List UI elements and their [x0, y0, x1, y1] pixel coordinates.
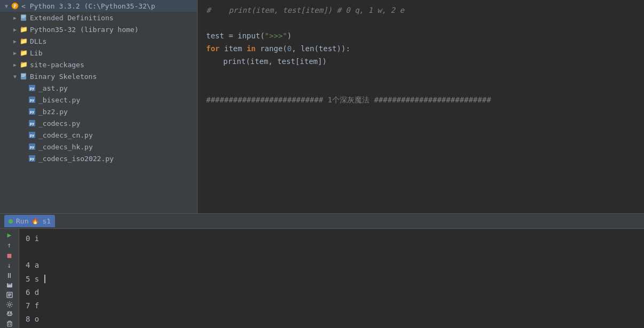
sidebar-item-python-root[interactable]: P < Python 3.3.2 (C:\Python35-32\p — [0, 0, 197, 12]
trash-button[interactable] — [3, 320, 17, 327]
output-line-blank — [26, 245, 638, 259]
paren-close: ) — [287, 30, 292, 42]
var-test2: test — [319, 43, 337, 54]
print-bracket-close: ]) — [318, 55, 327, 67]
svg-point-41 — [8, 313, 9, 314]
svg-line-39 — [7, 306, 7, 307]
var-item: item — [224, 43, 242, 54]
output-line-partial: 0 i — [26, 232, 638, 245]
builtin-print: print — [223, 55, 246, 67]
print-item: item — [250, 55, 269, 67]
bz2-label: _bz2.py — [38, 108, 68, 116]
svg-rect-8 — [21, 75, 26, 76]
svg-rect-4 — [21, 17, 26, 17]
run-button[interactable]: ▶ — [3, 231, 17, 239]
svg-rect-25 — [8, 282, 11, 284]
run-indicator — [9, 219, 13, 223]
svg-point-42 — [10, 313, 11, 314]
pause-button[interactable]: ⏸ — [3, 271, 17, 279]
print-bracket-open: [ — [295, 55, 300, 67]
site-packages-label: site-packages — [30, 61, 84, 69]
len-close: )): — [337, 43, 350, 54]
sidebar-item-python35[interactable]: 📁 Python35-32 (library home) — [0, 23, 197, 35]
python-root-label: < Python 3.3.2 (C:\Python35-32\p — [21, 2, 155, 10]
codecs-iso2022-label: _codecs_iso2022.py — [38, 155, 114, 163]
print-comma: , — [268, 55, 277, 67]
output-line-8o: 8 o — [26, 313, 638, 326]
svg-text:py: py — [30, 86, 35, 91]
sidebar-item-codecs-hk[interactable]: py _codecs_hk.py — [0, 141, 197, 153]
settings-button[interactable] — [3, 301, 17, 308]
svg-rect-49 — [7, 322, 12, 326]
sidebar-item-site-packages[interactable]: 📁 site-packages — [0, 59, 197, 70]
sidebar-item-binary-skeletons[interactable]: Binary Skeletons — [0, 70, 197, 82]
svg-rect-7 — [21, 74, 26, 75]
sidebar-item-codecs-cn[interactable]: py _codecs_cn.py — [0, 129, 197, 141]
separator-text: ########################## 1个深灰魔法 ######… — [206, 94, 491, 106]
svg-line-37 — [11, 306, 11, 307]
tree-arrow-dlls — [11, 38, 19, 44]
book-icon-binary — [19, 72, 28, 81]
sidebar-item-bz2[interactable]: py _bz2.py — [0, 106, 197, 117]
sidebar-item-codecs[interactable]: py _codecs.py — [0, 117, 197, 129]
python-root-icon: P — [11, 2, 19, 10]
rerun-button[interactable] — [3, 282, 17, 289]
output-line-6d: 6 d — [26, 286, 638, 299]
stop-button[interactable]: ■ — [3, 251, 17, 259]
output-line-5s: 5 s — [26, 273, 39, 286]
sidebar-item-extended-defs[interactable]: Extended Definitions — [0, 12, 197, 23]
svg-rect-5 — [21, 18, 25, 18]
output-area[interactable]: 0 i 4 a 5 s 6 d 7 f 8 o — [19, 229, 644, 328]
svg-point-31 — [9, 303, 11, 306]
range-space — [256, 43, 260, 54]
sidebar-item-dlls[interactable]: 📁 DLLs — [0, 35, 197, 47]
tree-arrow-site-packages — [11, 62, 19, 68]
svg-line-36 — [7, 302, 7, 303]
extended-defs-label: Extended Definitions — [30, 14, 114, 22]
py-icon-bz2: py — [28, 107, 36, 116]
code-line-blank2 — [206, 68, 635, 81]
sidebar-item-codecs-iso2022[interactable]: py _codecs_iso2022.py — [0, 153, 197, 164]
output-line-7f: 7 f — [26, 299, 638, 313]
scroll-down-button[interactable]: ↓ — [3, 261, 17, 269]
bottom-panel: Run 🔥 s1 ▶ ↑ ■ ↓ ⏸ — [0, 213, 644, 328]
run-tab-icon: 🔥 — [32, 218, 39, 225]
folder-icon-python35: 📁 — [19, 25, 28, 34]
var-test: test — [206, 30, 224, 42]
comment-text: # print(item, test[item]) # 0 q, 1 w, 2 … — [206, 4, 404, 16]
py-icon-bisect: py — [28, 95, 36, 104]
sidebar-item-bisect[interactable]: py _bisect.py — [0, 94, 197, 106]
bottom-tab-bar: Run 🔥 s1 — [0, 214, 644, 229]
svg-text:P: P — [13, 4, 17, 9]
python35-label: Python35-32 (library home) — [30, 26, 139, 34]
code-line-input: test = input ( ">>>" ) — [206, 30, 635, 43]
ast-label: _ast.py — [38, 84, 68, 92]
len-open: ( — [314, 43, 318, 54]
run-tab[interactable]: Run 🔥 s1 — [4, 215, 55, 227]
bottom-controls: ▶ ↑ ■ ↓ ⏸ — [0, 229, 19, 328]
code-editor[interactable]: # print(item, test[item]) # 0 q, 1 w, 2 … — [198, 0, 644, 213]
svg-rect-9 — [21, 76, 25, 77]
main-area: P < Python 3.3.2 (C:\Python35-32\p Exten… — [0, 0, 644, 213]
coverage-button[interactable] — [3, 291, 17, 299]
bottom-content: ▶ ↑ ■ ↓ ⏸ — [0, 229, 644, 328]
in-space — [242, 43, 246, 54]
range-open: ( — [282, 43, 287, 54]
svg-text:py: py — [30, 98, 35, 102]
svg-text:py: py — [30, 122, 35, 126]
sidebar-item-ast[interactable]: py _ast.py — [0, 82, 197, 94]
comma-space: , — [292, 43, 301, 54]
sidebar-item-lib[interactable]: 📁 Lib — [0, 47, 197, 59]
svg-rect-3 — [21, 15, 26, 16]
code-line-for: for item in range ( 0 , len ( test )): — [206, 43, 635, 55]
debug-button[interactable] — [3, 310, 17, 318]
tree-arrow-python-root — [2, 3, 11, 9]
run-tab-file: s1 — [42, 217, 51, 225]
folder-icon-lib: 📁 — [19, 49, 28, 57]
py-icon-codecs-cn: py — [28, 131, 36, 139]
scroll-up-button[interactable]: ↑ — [3, 241, 17, 249]
code-line-blank1 — [206, 17, 635, 30]
print-open: ( — [246, 55, 250, 67]
print-test: test — [277, 55, 295, 67]
code-line-print: print ( item , test [ item ]) — [206, 55, 635, 68]
